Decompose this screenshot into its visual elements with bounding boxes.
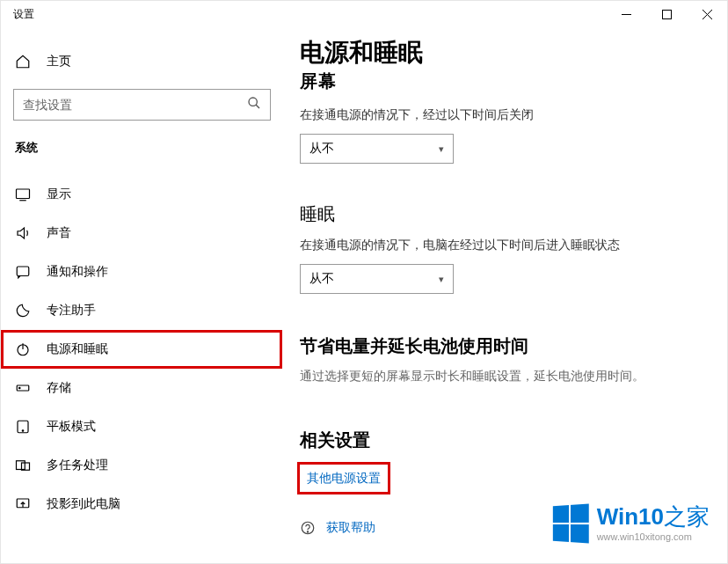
nav-label: 存储 [47,380,71,396]
nav-item-storage[interactable]: 存储 [1,369,282,407]
notify-icon [15,264,31,280]
nav-item-multitask[interactable]: 多任务处理 [1,446,282,485]
sleep-desc: 在接通电源的情况下，电脑在经过以下时间后进入睡眠状态 [300,238,718,253]
svg-rect-8 [17,267,29,276]
home-icon [15,54,31,70]
sidebar-section-label: 系统 [1,121,282,166]
nav-home[interactable]: 主页 [1,45,282,78]
storage-icon [15,380,31,396]
nav-item-focus[interactable]: 专注助手 [1,291,282,330]
svg-rect-1 [662,10,671,18]
sleep-timeout-select[interactable]: 从不 ▾ [300,264,454,294]
sidebar: 主页 系统 显示 声音 通知和操作 [1,27,282,563]
nav-item-power[interactable]: 电源和睡眠 [1,330,282,369]
display-icon [15,187,31,202]
battery-section-desc: 通过选择更短的屏幕显示时长和睡眠设置，延长电池使用时间。 [300,369,718,385]
windows-logo-icon [552,503,588,543]
nav-item-notifications[interactable]: 通知和操作 [1,253,282,291]
sleep-section-heading: 睡眠 [300,204,718,223]
battery-section-title: 节省电量并延长电池使用时间 [300,334,718,358]
window-controls [606,1,727,27]
help-icon [300,520,316,536]
related-title: 相关设置 [300,428,718,452]
search-input[interactable] [23,98,247,112]
svg-point-12 [19,387,21,389]
nav-home-label: 主页 [47,54,71,70]
multitask-icon [15,458,31,473]
nav-item-display[interactable]: 显示 [1,175,282,214]
related-link-highlight: 其他电源设置 [300,465,388,492]
nav-label: 声音 [47,225,71,241]
nav-item-project[interactable]: 投影到此电脑 [1,485,282,524]
svg-point-14 [22,430,24,432]
watermark-brand: Win10之家 [597,504,710,530]
svg-rect-15 [17,461,25,470]
nav-label: 显示 [47,187,71,202]
chevron-down-icon: ▾ [439,143,444,155]
nav-label: 投影到此电脑 [47,496,120,512]
maximize-button[interactable] [646,1,687,27]
focus-icon [15,303,31,319]
screen-section-heading: 屏幕 [300,71,718,93]
combo-value: 从不 [309,271,334,287]
svg-rect-6 [17,189,30,199]
screen-off-label: 在接通电源的情况下，经过以下时间后关闭 [300,107,718,123]
screen-timeout-select[interactable]: 从不 ▾ [300,134,454,164]
close-button[interactable] [687,1,727,27]
svg-line-5 [256,105,259,108]
power-icon [15,341,31,357]
tablet-icon [15,419,31,435]
nav-label: 电源和睡眠 [47,341,108,357]
other-power-link[interactable]: 其他电源设置 [307,471,381,485]
search-box[interactable] [13,89,271,121]
nav-item-tablet[interactable]: 平板模式 [1,407,282,446]
page-title: 电源和睡眠 [300,36,718,70]
window-title: 设置 [13,7,34,22]
get-help-link[interactable]: 获取帮助 [326,520,375,536]
combo-value: 从不 [309,141,334,157]
sound-icon [15,225,31,241]
nav-label: 通知和操作 [47,264,108,280]
nav-list: 显示 声音 通知和操作 专注助手 电源和睡眠 [1,175,282,524]
content-area: 电源和睡眠 屏幕 在接通电源的情况下，经过以下时间后关闭 从不 ▾ 睡眠 在接通… [300,36,718,563]
svg-point-4 [249,98,257,106]
svg-point-19 [307,531,308,532]
minimize-button[interactable] [606,1,646,27]
nav-label: 多任务处理 [47,458,108,473]
nav-item-sound[interactable]: 声音 [1,214,282,253]
watermark: Win10之家 www.win10xitong.com [551,504,710,542]
project-icon [15,496,31,512]
nav-label: 平板模式 [47,419,96,435]
search-icon [247,96,261,114]
chevron-down-icon: ▾ [439,274,444,285]
nav-label: 专注助手 [47,303,96,319]
watermark-url: www.win10xitong.com [597,531,692,542]
